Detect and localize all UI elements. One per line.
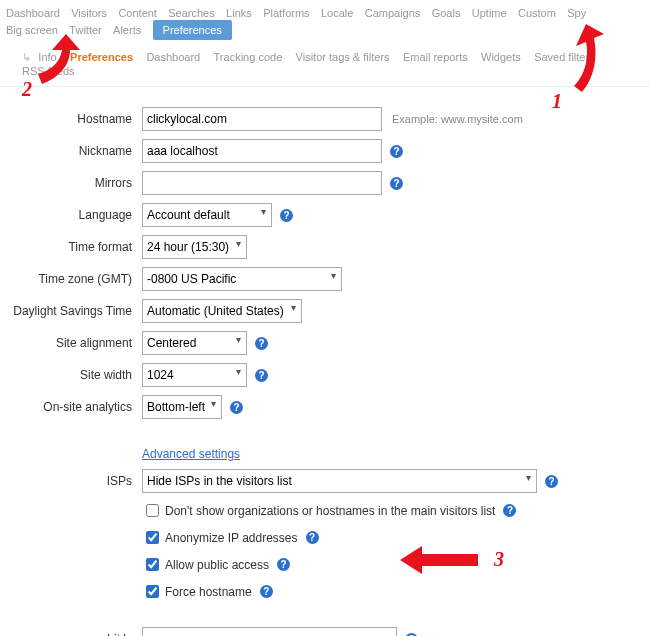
nav-locale[interactable]: Locale [321,7,353,19]
nav-links[interactable]: Links [226,7,252,19]
help-icon[interactable]: ? [390,145,403,158]
public-checkbox[interactable] [146,558,159,571]
annotation-1: 1 [552,90,562,113]
subnav-widgets[interactable]: Widgets [481,51,521,63]
nav-goals[interactable]: Goals [432,7,461,19]
help-icon[interactable]: ? [230,401,243,414]
alignment-select[interactable] [142,331,247,355]
width-select[interactable] [142,363,247,387]
force-checkbox[interactable] [146,585,159,598]
public-label: Allow public access [165,558,269,572]
help-icon[interactable]: ? [277,558,290,571]
hostname-input[interactable] [142,107,382,131]
help-icon[interactable]: ? [390,177,403,190]
help-icon[interactable]: ? [280,209,293,222]
onsite-select[interactable] [142,395,222,419]
language-label: Language [10,208,142,222]
alignment-label: Site alignment [10,336,142,350]
annotation-2: 2 [22,78,32,101]
bitly-label: bit.ly [10,632,142,636]
dont-show-org-checkbox[interactable] [146,504,159,517]
annotation-3: 3 [494,548,504,571]
nav-spy[interactable]: Spy [567,7,586,19]
nav-custom[interactable]: Custom [518,7,556,19]
width-label: Site width [10,368,142,382]
bitly-input[interactable] [142,627,397,636]
dst-label: Daylight Savings Time [10,304,142,318]
timeformat-select[interactable] [142,235,247,259]
arrow-1-icon [546,20,616,100]
subnav-tracking[interactable]: Tracking code [214,51,283,63]
nav-dashboard[interactable]: Dashboard [6,7,60,19]
nav-alerts[interactable]: Alerts [113,24,141,36]
hostname-label: Hostname [10,112,142,126]
language-select[interactable] [142,203,272,227]
isps-select[interactable] [142,469,537,493]
help-icon[interactable]: ? [255,369,268,382]
nav-searches[interactable]: Searches [168,7,214,19]
dst-select[interactable] [142,299,302,323]
preferences-form: Hostname Example: www.mysite.com Nicknam… [0,87,650,636]
mirrors-input[interactable] [142,171,382,195]
arrow-2-icon [28,32,88,92]
arrow-3-icon [398,540,488,580]
help-icon[interactable]: ? [260,585,273,598]
help-icon[interactable]: ? [405,633,418,637]
timezone-label: Time zone (GMT) [10,272,142,286]
dont-show-org-label: Don't show organizations or hostnames in… [165,504,495,518]
subnav-visitortags[interactable]: Visitor tags & filters [296,51,390,63]
help-icon[interactable]: ? [503,504,516,517]
nav-content[interactable]: Content [118,7,157,19]
help-icon[interactable]: ? [255,337,268,350]
nickname-input[interactable] [142,139,382,163]
help-icon[interactable]: ? [306,531,319,544]
advanced-settings-link[interactable]: Advanced settings [142,447,240,461]
timezone-select[interactable] [142,267,342,291]
nav-uptime[interactable]: Uptime [472,7,507,19]
isps-label: ISPs [10,474,142,488]
anon-checkbox[interactable] [146,531,159,544]
subnav-dashboard[interactable]: Dashboard [146,51,200,63]
anon-label: Anonymize IP addresses [165,531,298,545]
force-label: Force hostname [165,585,252,599]
hostname-example: Example: www.mysite.com [392,113,523,125]
timeformat-label: Time format [10,240,142,254]
subnav-email[interactable]: Email reports [403,51,468,63]
nav-preferences[interactable]: Preferences [153,20,232,40]
nav-platforms[interactable]: Platforms [263,7,309,19]
help-icon[interactable]: ? [545,475,558,488]
onsite-label: On-site analytics [10,400,142,414]
nickname-label: Nickname [10,144,142,158]
mirrors-label: Mirrors [10,176,142,190]
nav-campaigns[interactable]: Campaigns [365,7,421,19]
nav-visitors[interactable]: Visitors [71,7,107,19]
